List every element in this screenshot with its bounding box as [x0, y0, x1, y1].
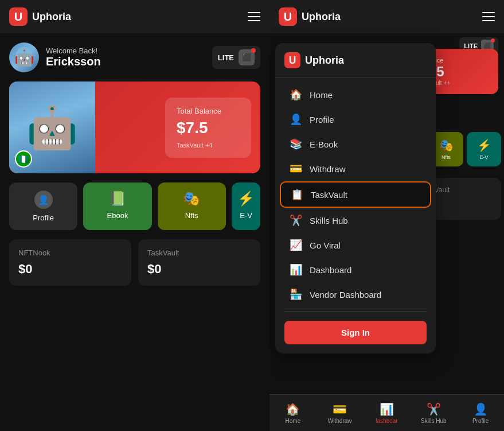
bnav-withdraw-label: Withdraw: [328, 418, 352, 424]
lite-text: LITE: [218, 53, 234, 62]
lite-dot: [251, 48, 256, 53]
stat-nftnook-title: NFTNook: [18, 248, 122, 257]
drawer-logo-icon: U: [284, 52, 300, 68]
right-uphoria-logo-icon: U: [279, 7, 297, 26]
nav-item-dashboard[interactable]: 📊 Dashboard: [280, 258, 431, 282]
action-profile-label: Profile: [33, 213, 54, 222]
withdraw-nav-icon: 💳: [289, 162, 303, 175]
nfts-icon: 🎭: [183, 191, 200, 207]
action-ebook[interactable]: 📗 Ebook: [83, 183, 151, 230]
action-nfts-label: Nfts: [185, 211, 198, 220]
nav-label-skillshub: Skills Hub: [310, 216, 348, 226]
bnav-dashboard[interactable]: 📊 lashboar: [364, 395, 411, 431]
navigation-drawer: U Uphoria 🏠 Home 👤 Profile 📚 E-Book 💳 Wi…: [275, 43, 436, 354]
nav-label-home: Home: [310, 90, 333, 100]
uphoria-logo-icon: U: [9, 7, 28, 26]
username-text: Ericksson: [46, 55, 101, 68]
stat-nftnook: NFTNook $0: [9, 239, 131, 286]
taskvault-nav-icon: 📋: [290, 188, 304, 201]
right-ev-icon: ⚡: [477, 138, 491, 152]
greeting-text: Welcome Back!: [46, 46, 101, 55]
nav-item-taskvault[interactable]: 📋 TaskVault: [280, 181, 431, 208]
right-logo-text: Uphoria: [302, 11, 341, 23]
nav-label-withdraw: Withdraw: [310, 164, 346, 174]
lite-icon: ⬛: [239, 49, 255, 65]
hero-banner: 🇳🇬 Total Balance $7.5 TaskVault +4: [9, 81, 260, 173]
nav-item-goviral[interactable]: 📈 Go Viral: [280, 233, 431, 257]
left-hamburger-button[interactable]: [248, 12, 260, 21]
sign-in-button[interactable]: Sign In: [284, 321, 427, 344]
left-logo-area: U Uphoria: [9, 7, 71, 26]
nav-item-ebook[interactable]: 📚 E-Book: [280, 132, 431, 156]
welcome-text-block: Welcome Back! Ericksson: [46, 46, 101, 68]
stats-row: NFTNook $0 TaskVault $0: [0, 239, 269, 286]
bnav-skillshub-icon: ✂️: [427, 402, 441, 416]
nav-label-ebook: E-Book: [310, 139, 338, 149]
stat-taskvault-value: $0: [147, 262, 251, 277]
nav-item-home[interactable]: 🏠 Home: [280, 83, 431, 107]
right-panel: U Uphoria LITE ⬛ l Balance $7.5 TaskVaul…: [269, 0, 504, 431]
ev-icon: ⚡: [237, 191, 255, 207]
right-ev-label: E-V: [479, 154, 488, 160]
bnav-home-icon: 🏠: [286, 402, 300, 416]
right-nfts-icon: 🎭: [439, 138, 454, 152]
balance-amount: $7.5: [177, 119, 240, 137]
bnav-profile[interactable]: 👤 Profile: [457, 395, 504, 431]
nav-label-vendor: Vendor Dashboard: [310, 290, 381, 300]
goviral-nav-icon: 📈: [289, 239, 303, 251]
balance-card: Total Balance $7.5 TaskVault +4: [165, 98, 251, 158]
welcome-left: Welcome Back! Ericksson: [9, 42, 101, 72]
nav-label-goviral: Go Viral: [310, 240, 341, 250]
bnav-skillshub[interactable]: ✂️ Skills Hub: [410, 395, 457, 431]
action-ebook-label: Ebook: [107, 211, 128, 220]
bnav-profile-label: Profile: [472, 418, 489, 424]
bnav-dashboard-icon: 📊: [380, 402, 394, 416]
bnav-home[interactable]: 🏠 Home: [269, 395, 317, 431]
ebook-nav-icon: 📚: [289, 138, 303, 150]
dashboard-nav-icon: 📊: [289, 263, 303, 276]
bnav-home-label: Home: [286, 418, 301, 424]
stat-nftnook-value: $0: [18, 262, 122, 277]
drawer-logo-area: U Uphoria: [275, 52, 436, 78]
bnav-withdraw[interactable]: 💳 Withdraw: [317, 395, 364, 431]
bnav-profile-icon: 👤: [474, 402, 488, 416]
bnav-skillshub-label: Skills Hub: [421, 418, 446, 424]
left-header: U Uphoria: [0, 0, 269, 33]
svg-text:U: U: [289, 55, 296, 66]
lite-badge: LITE ⬛: [212, 46, 260, 69]
nav-item-withdraw[interactable]: 💳 Withdraw: [280, 157, 431, 181]
right-ev-tile[interactable]: ⚡ E-V: [467, 132, 501, 166]
right-lite-dot: [491, 38, 495, 42]
nav-item-vendor[interactable]: 🏪 Vendor Dashboard: [280, 282, 431, 306]
svg-text:U: U: [284, 10, 292, 23]
stat-taskvault-title: TaskVault: [147, 248, 251, 257]
vendor-nav-icon: 🏪: [289, 288, 303, 301]
action-ev[interactable]: ⚡ E-V: [232, 183, 260, 230]
avatar: [9, 42, 39, 72]
stat-taskvault: TaskVault $0: [138, 239, 260, 286]
bnav-dashboard-label: lashboar: [376, 418, 397, 424]
bnav-withdraw-icon: 💳: [333, 402, 347, 416]
svg-text:U: U: [14, 10, 22, 23]
nav-label-profile: Profile: [310, 115, 334, 125]
nav-label-dashboard: Dashboard: [310, 265, 351, 275]
bottom-navigation: 🏠 Home 💳 Withdraw 📊 lashboar ✂️ Skills H…: [269, 394, 504, 431]
home-nav-icon: 🏠: [289, 88, 303, 101]
taskvault-tag: TaskVault +4: [177, 142, 240, 149]
nav-item-profile[interactable]: 👤 Profile: [280, 107, 431, 131]
nav-item-skillshub[interactable]: ✂️ Skills Hub: [280, 208, 431, 232]
drawer-logo-text: Uphoria: [305, 55, 344, 67]
balance-label: Total Balance: [177, 107, 240, 115]
action-nfts[interactable]: 🎭 Nfts: [158, 183, 226, 230]
flag-badge: 🇳🇬: [15, 150, 32, 168]
right-logo-area: U Uphoria: [279, 7, 341, 26]
welcome-section: Welcome Back! Ericksson LITE ⬛: [0, 33, 269, 81]
action-profile[interactable]: 👤 Profile: [9, 183, 77, 230]
nav-label-taskvault: TaskVault: [311, 190, 347, 200]
right-tiles-row: 🎭 Nfts ⚡ E-V: [429, 132, 501, 166]
action-ev-label: E-V: [240, 211, 252, 220]
right-hamburger-button[interactable]: [482, 12, 495, 21]
profile-icon: 👤: [34, 191, 53, 209]
skillshub-nav-icon: ✂️: [289, 214, 303, 227]
right-nfts-label: Nfts: [442, 154, 451, 160]
